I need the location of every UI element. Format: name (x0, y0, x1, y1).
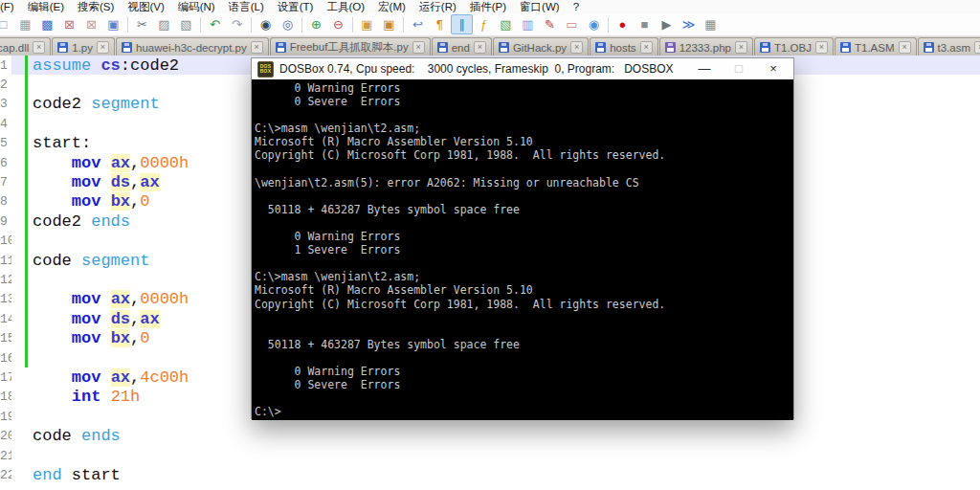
terminal-line (255, 189, 793, 203)
tab-close-icon[interactable]: × (974, 41, 980, 54)
ghost-typing-icon[interactable]: ✎ (539, 14, 561, 34)
tab-12333-php[interactable]: 12333.php× (659, 37, 753, 56)
show-all-characters-icon[interactable]: ¶ (429, 14, 451, 34)
copy-icon[interactable]: ▨ (153, 14, 175, 34)
zoom-in-icon[interactable]: ⊕ (305, 14, 327, 34)
terminal-line: 0 Severe Errors (255, 95, 793, 108)
zoom-out-icon[interactable]: ⊖ (327, 14, 349, 34)
dosbox-titlebar[interactable]: DOS BOX DOSBox 0.74, Cpu speed: 3000 cyc… (252, 58, 793, 79)
line-number: 21 (0, 446, 11, 465)
tab-close-icon[interactable]: × (412, 41, 425, 54)
tab-close-icon[interactable]: × (97, 41, 109, 54)
menu-item-window[interactable]: 窗口(W) (513, 0, 567, 14)
saved-floppy-icon (665, 42, 676, 53)
function-list-icon[interactable]: ƒ (473, 14, 495, 34)
macro-save-icon[interactable]: ▦ (700, 14, 722, 34)
tab-huawei-h3c-decrypt-py[interactable]: huawei-h3c-decrypt.py× (116, 37, 269, 56)
change-marker (25, 134, 28, 153)
macro-run-multiple-icon[interactable]: ≫ (678, 14, 700, 34)
print-icon[interactable]: ▣ (102, 14, 124, 34)
tab-close-icon[interactable]: × (251, 41, 263, 54)
change-marker (25, 465, 28, 484)
sync-scroll-vertical-icon[interactable]: ▣ (356, 14, 378, 34)
document-switcher-icon[interactable]: ▥ (517, 14, 539, 34)
macro-stop-icon[interactable]: ■ (634, 14, 656, 34)
tab-close-icon[interactable]: × (33, 41, 45, 54)
tab-cap-dll[interactable]: cap.dll× (0, 37, 51, 56)
menu-item-plugins[interactable]: 插件(P) (463, 0, 513, 14)
saved-floppy-icon (276, 42, 286, 53)
line-number: 20 (0, 426, 11, 445)
save-all-icon[interactable]: ▩ (36, 14, 58, 34)
find-icon[interactable]: ◉ (255, 14, 277, 34)
menu-item-run[interactable]: 运行(R) (412, 0, 463, 14)
tab-t3-asm[interactable]: t3.asm× (918, 37, 980, 56)
menu-item-search[interactable]: 搜索(S) (71, 0, 121, 14)
tab-githack-py[interactable]: GitHack.py× (493, 37, 589, 56)
menu-item-encoding[interactable]: 编码(N) (171, 0, 222, 14)
tab-close-icon[interactable]: × (735, 41, 747, 54)
terminal-line: \wenjian\t2.asm(5): error A2062: Missing… (255, 176, 793, 189)
minimize-button[interactable]: — (690, 58, 719, 79)
maximize-button[interactable]: □ (724, 58, 753, 79)
tab-close-icon[interactable]: × (570, 41, 583, 54)
change-marker (25, 270, 28, 289)
tab-freebuf-py[interactable]: Freebuf工具抓取脚本.py× (270, 37, 431, 56)
toolbar-separator (251, 17, 252, 33)
terminal-line (255, 391, 793, 405)
change-marker (25, 446, 28, 465)
code-text: code ends (33, 427, 980, 445)
tab-label: end (452, 42, 470, 54)
line-number: 14 (0, 309, 11, 328)
tab-close-icon[interactable]: × (899, 41, 911, 54)
save-icon[interactable]: ▦ (14, 14, 36, 34)
terminal-line (255, 216, 793, 230)
menu-item-view[interactable]: 视图(V) (121, 0, 170, 14)
menu-item-macro[interactable]: 宏(M) (371, 0, 412, 14)
close-button[interactable]: × (759, 58, 788, 79)
terminal-line (255, 311, 793, 324)
line-number: 7 (0, 172, 11, 191)
menu-item-help[interactable]: ? (567, 1, 586, 12)
paste-icon[interactable]: ▧ (175, 14, 197, 34)
close-document-icon[interactable]: ⊠ (58, 14, 80, 34)
document-map-icon[interactable]: ▧ (495, 14, 517, 34)
menu-item-tools[interactable]: 工具(O) (320, 0, 371, 14)
tab-close-icon[interactable]: × (815, 41, 828, 54)
new-file-icon[interactable]: □ (0, 14, 14, 34)
cut-icon[interactable]: ✂ (131, 14, 153, 34)
tab-1-py[interactable]: 1.py× (52, 37, 115, 56)
menu-item-edit[interactable]: 编辑(E) (21, 0, 71, 14)
terminal-line: 1 Severe Errors (255, 243, 793, 256)
sync-scroll-horizontal-icon[interactable]: ▣ (378, 14, 400, 34)
word-wrap-icon[interactable]: ↩ (407, 14, 429, 34)
tab-label: huawei-h3c-decrypt.py (136, 42, 247, 54)
code-line-21[interactable]: 21 (0, 446, 980, 465)
macro-play-icon[interactable]: ▶ (656, 14, 678, 34)
dosbox-terminal[interactable]: 0 Warning Errors 0 Severe ErrorsC:\>masm… (252, 79, 793, 420)
tab-hosts[interactable]: hosts× (590, 37, 658, 56)
undo-icon[interactable]: ↶ (204, 14, 226, 34)
code-line-20[interactable]: 20code ends (0, 426, 980, 445)
saved-floppy-icon (840, 42, 851, 53)
indent-guide-icon[interactable]: ∥ (451, 14, 473, 34)
tab-t1-asm[interactable]: T1.ASM× (835, 37, 917, 56)
menu-item-language[interactable]: 语言(L) (222, 0, 271, 14)
change-marker (25, 388, 28, 407)
tab-label: 12333.php (679, 42, 731, 54)
menu-item-settings[interactable]: 设置(T) (271, 0, 321, 14)
close-all-documents-icon[interactable]: ⊠ (80, 14, 102, 34)
menu-item-file[interactable]: 文件(F) (0, 0, 21, 14)
tab-end[interactable]: end× (432, 37, 492, 56)
code-line-22[interactable]: 22end start (0, 465, 980, 484)
macro-record-icon[interactable]: ● (612, 14, 634, 34)
tab-close-icon[interactable]: × (640, 41, 653, 54)
tab-t1-obj[interactable]: T1.OBJ× (754, 37, 834, 56)
view-in-browser-icon[interactable]: ◉ (583, 14, 605, 34)
open-containing-folder-icon[interactable]: ▭ (561, 14, 583, 34)
replace-icon[interactable]: ◎ (277, 14, 299, 34)
tab-close-icon[interactable]: × (474, 41, 486, 54)
redo-icon[interactable]: ↷ (226, 14, 248, 34)
terminal-line: 0 Warning Errors (255, 81, 793, 95)
line-number: 6 (0, 153, 11, 172)
